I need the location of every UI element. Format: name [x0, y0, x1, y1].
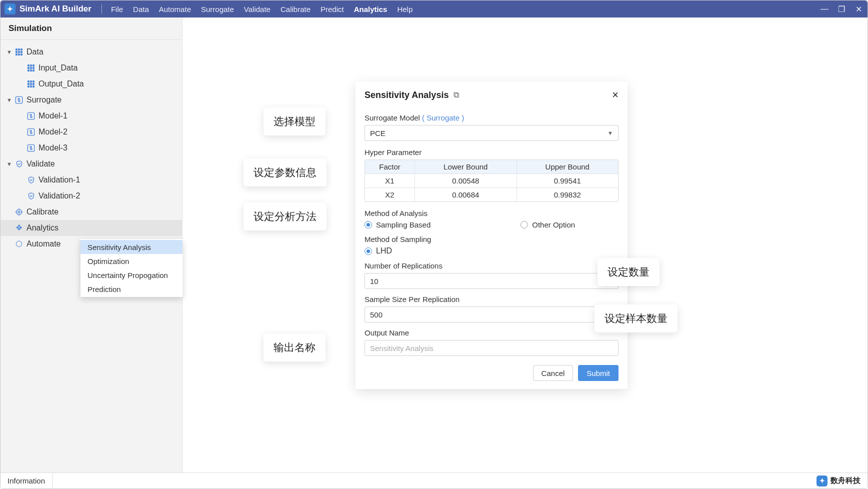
radio-sampling-based[interactable]: Sampling Based [364, 220, 430, 229]
swap-icon [26, 112, 36, 120]
tree-node-surrogate[interactable]: ▼ Surrogate [0, 92, 182, 108]
tree-node-data[interactable]: ▼ Data [0, 44, 182, 60]
tree-item-input-data[interactable]: Input_Data [0, 60, 182, 76]
table-row[interactable]: X1 0.00548 0.99541 [365, 174, 618, 188]
app-logo-icon: ✦ [4, 4, 16, 14]
swap-icon [26, 128, 36, 136]
radio-other-option[interactable]: Other Option [520, 220, 575, 229]
grid-icon [14, 48, 24, 56]
method-analysis-label: Method of Analysis [364, 209, 618, 218]
callout-samples: 设定样本数量 [594, 304, 678, 332]
grid-icon [26, 80, 36, 88]
status-info[interactable]: Information [8, 473, 52, 488]
callout-method: 设定分析方法 [244, 202, 326, 230]
radio-lhd[interactable]: LHD [364, 246, 618, 256]
minimize-icon[interactable]: — [820, 4, 830, 14]
radio-on-icon [364, 221, 372, 228]
brand: ✦ 数舟科技 [816, 476, 860, 486]
menu-help[interactable]: Help [392, 5, 418, 14]
brand-logo-icon: ✦ [816, 476, 828, 486]
hyper-parameter-table: Factor Lower Bound Upper Bound X1 0.0054… [364, 160, 618, 202]
sensitivity-dialog: Sensitivity Analysis ⧉ × Surrogate Model… [356, 82, 628, 389]
method-sampling-label: Method of Sampling [364, 235, 618, 244]
chevron-down-icon: ▼ [6, 161, 12, 167]
hyper-parameter-label: Hyper Parameter [364, 148, 618, 156]
callout-params: 设定参数信息 [244, 158, 326, 186]
radio-on-icon [364, 248, 372, 255]
menu-separator [102, 4, 102, 14]
menu-analytics[interactable]: Analytics [349, 5, 392, 14]
radio-off-icon [520, 221, 528, 228]
book-icon[interactable]: ⧉ [454, 90, 459, 100]
menu-data[interactable]: Data [128, 5, 154, 14]
target-icon [14, 208, 24, 216]
chevron-down-icon: ▼ [6, 49, 12, 55]
th-lower: Lower Bound [415, 160, 517, 174]
chevron-down-icon: ▼ [6, 97, 12, 103]
surrogate-select[interactable]: PCE ▼ [364, 125, 618, 141]
close-window-icon[interactable]: ✕ [854, 4, 864, 14]
tree-item-validation-2[interactable]: Validation-2 [0, 188, 182, 204]
th-factor: Factor [365, 160, 415, 174]
surrogate-link[interactable]: ( Surrogate ) [422, 114, 464, 122]
svg-point-5 [18, 211, 20, 213]
ctx-sensitivity-analysis[interactable]: Sensitivity Analysis [80, 240, 182, 254]
analytics-context-menu: Sensitivity Analysis Optimization Uncert… [80, 239, 182, 297]
surrogate-model-label: Surrogate Model ( Surrogate ) [364, 114, 618, 122]
ctx-uncertainty-propogation[interactable]: Uncertainty Propogation [80, 268, 182, 282]
menu-surrogate[interactable]: Surrogate [196, 5, 239, 14]
cancel-button[interactable]: Cancel [533, 365, 574, 381]
ctx-prediction[interactable]: Prediction [80, 282, 182, 296]
callout-output: 输出名称 [264, 334, 326, 362]
table-row[interactable]: X2 0.00684 0.99832 [365, 188, 618, 202]
automate-icon: ⬡ [14, 240, 24, 248]
num-replications-input[interactable] [364, 273, 618, 289]
analytics-icon: ❖ [14, 224, 24, 232]
menu-predict[interactable]: Predict [316, 5, 349, 14]
num-replications-label: Number of Replications [364, 262, 618, 270]
swap-icon [14, 96, 24, 104]
swap-icon [26, 144, 36, 152]
tree-item-model-3[interactable]: Model-3 [0, 140, 182, 156]
callout-count: 设定数量 [598, 258, 660, 286]
output-name-input[interactable] [364, 340, 618, 356]
tree-node-validate[interactable]: ▼ Validate [0, 156, 182, 172]
maximize-icon[interactable]: ❐ [836, 4, 846, 14]
grid-icon [26, 64, 36, 72]
sample-size-input[interactable] [364, 306, 618, 322]
tree-item-output-data[interactable]: Output_Data [0, 76, 182, 92]
output-name-label: Output Name [364, 328, 618, 337]
menu-automate[interactable]: Automate [154, 5, 196, 14]
ctx-optimization[interactable]: Optimization [80, 254, 182, 268]
content-area: 选择模型 设定参数信息 设定分析方法 设定数量 设定样本数量 输出名称 Sens… [182, 18, 868, 472]
sample-size-label: Sample Size Per Replication [364, 295, 618, 304]
shield-icon [14, 160, 24, 168]
th-upper: Upper Bound [517, 160, 618, 174]
sidebar-title: Simulation [0, 18, 182, 40]
tree-item-validation-1[interactable]: Validation-1 [0, 172, 182, 188]
svg-point-4 [16, 210, 22, 215]
tree-node-calibrate[interactable]: Calibrate [0, 204, 182, 220]
submit-button[interactable]: Submit [578, 365, 618, 381]
app-title: SimArk AI Builder [20, 4, 92, 14]
shield-icon [26, 176, 36, 184]
close-icon[interactable]: × [612, 88, 618, 102]
titlebar: ✦ SimArk AI Builder File Data Automate S… [0, 0, 868, 18]
menu-file[interactable]: File [106, 5, 128, 14]
tree-node-analytics[interactable]: ❖ Analytics [0, 220, 182, 236]
shield-icon [26, 192, 36, 200]
menu-calibrate[interactable]: Calibrate [276, 5, 316, 14]
dialog-title: Sensitivity Analysis [364, 90, 448, 100]
caret-down-icon: ▼ [608, 130, 613, 136]
tree-item-model-2[interactable]: Model-2 [0, 124, 182, 140]
menu-validate[interactable]: Validate [239, 5, 276, 14]
callout-model: 选择模型 [264, 108, 326, 136]
statusbar: Information ✦ 数舟科技 [0, 472, 868, 488]
tree-item-model-1[interactable]: Model-1 [0, 108, 182, 124]
